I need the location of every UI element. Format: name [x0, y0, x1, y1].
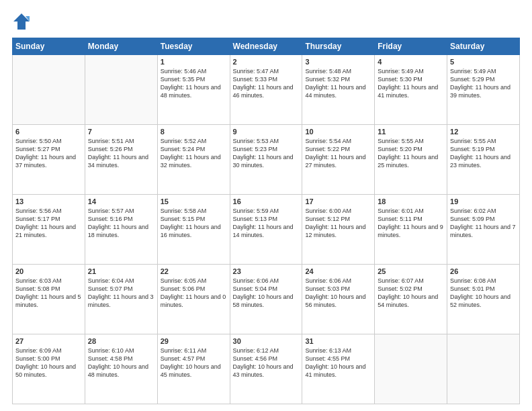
- calendar-cell: 11Sunrise: 5:55 AM Sunset: 5:20 PM Dayli…: [375, 125, 447, 195]
- day-number: 25: [378, 267, 444, 275]
- calendar-cell: 15Sunrise: 5:58 AM Sunset: 5:15 PM Dayli…: [157, 195, 230, 265]
- day-number: 19: [450, 197, 517, 205]
- day-info: Sunrise: 5:52 AM Sunset: 5:24 PM Dayligh…: [161, 137, 227, 170]
- logo: [12, 12, 34, 31]
- calendar-week-row-4: 20Sunrise: 6:03 AM Sunset: 5:08 PM Dayli…: [13, 265, 520, 334]
- day-info: Sunrise: 6:02 AM Sunset: 5:09 PM Dayligh…: [450, 207, 517, 240]
- calendar-cell: 16Sunrise: 5:59 AM Sunset: 5:13 PM Dayli…: [230, 195, 302, 265]
- day-info: Sunrise: 6:01 AM Sunset: 5:11 PM Dayligh…: [378, 207, 444, 240]
- day-info: Sunrise: 5:59 AM Sunset: 5:13 PM Dayligh…: [233, 207, 300, 240]
- day-number: 28: [88, 337, 154, 345]
- calendar-cell: 7Sunrise: 5:51 AM Sunset: 5:26 PM Daylig…: [85, 125, 157, 195]
- calendar-cell: 21Sunrise: 6:04 AM Sunset: 5:07 PM Dayli…: [85, 265, 157, 334]
- day-number: 26: [450, 267, 517, 275]
- day-number: 6: [15, 128, 82, 136]
- calendar-cell: [375, 334, 447, 404]
- day-number: 22: [161, 267, 227, 275]
- calendar-cell: 27Sunrise: 6:09 AM Sunset: 5:00 PM Dayli…: [13, 334, 85, 404]
- day-info: Sunrise: 5:56 AM Sunset: 5:17 PM Dayligh…: [15, 207, 82, 240]
- day-number: 21: [88, 267, 154, 275]
- calendar-cell: 13Sunrise: 5:56 AM Sunset: 5:17 PM Dayli…: [13, 195, 85, 265]
- day-info: Sunrise: 6:05 AM Sunset: 5:06 PM Dayligh…: [161, 277, 227, 310]
- calendar-cell: 26Sunrise: 6:08 AM Sunset: 5:01 PM Dayli…: [447, 265, 520, 334]
- svg-marker-0: [13, 13, 30, 30]
- calendar-cell: 18Sunrise: 6:01 AM Sunset: 5:11 PM Dayli…: [375, 195, 447, 265]
- calendar-cell: 25Sunrise: 6:07 AM Sunset: 5:02 PM Dayli…: [375, 265, 447, 334]
- weekday-header-monday: Monday: [85, 38, 157, 55]
- calendar-cell: 24Sunrise: 6:06 AM Sunset: 5:03 PM Dayli…: [302, 265, 375, 334]
- calendar-week-row-3: 13Sunrise: 5:56 AM Sunset: 5:17 PM Dayli…: [13, 195, 520, 265]
- day-info: Sunrise: 6:12 AM Sunset: 4:56 PM Dayligh…: [233, 347, 300, 379]
- calendar-week-row-2: 6Sunrise: 5:50 AM Sunset: 5:27 PM Daylig…: [13, 125, 520, 195]
- calendar-table: SundayMondayTuesdayWednesdayThursdayFrid…: [12, 38, 520, 404]
- calendar-cell: 20Sunrise: 6:03 AM Sunset: 5:08 PM Dayli…: [13, 265, 85, 334]
- day-number: 3: [305, 58, 371, 66]
- day-info: Sunrise: 6:03 AM Sunset: 5:08 PM Dayligh…: [15, 277, 82, 310]
- day-number: 12: [450, 128, 517, 136]
- calendar-cell: 6Sunrise: 5:50 AM Sunset: 5:27 PM Daylig…: [13, 125, 85, 195]
- weekday-header-friday: Friday: [375, 38, 447, 55]
- calendar-cell: 30Sunrise: 6:12 AM Sunset: 4:56 PM Dayli…: [230, 334, 302, 404]
- weekday-header-tuesday: Tuesday: [157, 38, 230, 55]
- calendar-cell: 3Sunrise: 5:48 AM Sunset: 5:32 PM Daylig…: [302, 55, 375, 125]
- calendar-cell: [447, 334, 520, 404]
- weekday-header-thursday: Thursday: [302, 38, 375, 55]
- day-info: Sunrise: 5:55 AM Sunset: 5:19 PM Dayligh…: [450, 137, 517, 170]
- calendar-cell: 19Sunrise: 6:02 AM Sunset: 5:09 PM Dayli…: [447, 195, 520, 265]
- day-info: Sunrise: 6:09 AM Sunset: 5:00 PM Dayligh…: [15, 347, 82, 379]
- day-info: Sunrise: 5:48 AM Sunset: 5:32 PM Dayligh…: [305, 67, 371, 100]
- day-number: 31: [305, 337, 371, 345]
- calendar-cell: 2Sunrise: 5:47 AM Sunset: 5:33 PM Daylig…: [230, 55, 302, 125]
- day-number: 30: [233, 337, 300, 345]
- day-number: 24: [305, 267, 371, 275]
- day-info: Sunrise: 5:57 AM Sunset: 5:16 PM Dayligh…: [88, 207, 154, 240]
- day-number: 1: [161, 58, 227, 66]
- day-number: 20: [15, 267, 82, 275]
- calendar-cell: 12Sunrise: 5:55 AM Sunset: 5:19 PM Dayli…: [447, 125, 520, 195]
- day-info: Sunrise: 5:49 AM Sunset: 5:30 PM Dayligh…: [378, 67, 444, 100]
- day-info: Sunrise: 5:49 AM Sunset: 5:29 PM Dayligh…: [450, 67, 517, 100]
- day-info: Sunrise: 5:54 AM Sunset: 5:22 PM Dayligh…: [305, 137, 371, 170]
- page: SundayMondayTuesdayWednesdayThursdayFrid…: [0, 0, 532, 411]
- day-info: Sunrise: 6:06 AM Sunset: 5:04 PM Dayligh…: [233, 277, 300, 310]
- day-info: Sunrise: 5:58 AM Sunset: 5:15 PM Dayligh…: [161, 207, 227, 240]
- calendar-week-row-5: 27Sunrise: 6:09 AM Sunset: 5:00 PM Dayli…: [13, 334, 520, 404]
- day-info: Sunrise: 6:13 AM Sunset: 4:55 PM Dayligh…: [305, 347, 371, 379]
- weekday-header-wednesday: Wednesday: [230, 38, 302, 55]
- day-info: Sunrise: 5:53 AM Sunset: 5:23 PM Dayligh…: [233, 137, 300, 170]
- day-number: 15: [161, 197, 227, 205]
- day-info: Sunrise: 5:50 AM Sunset: 5:27 PM Dayligh…: [15, 137, 82, 170]
- calendar-cell: 17Sunrise: 6:00 AM Sunset: 5:12 PM Dayli…: [302, 195, 375, 265]
- day-info: Sunrise: 5:46 AM Sunset: 5:35 PM Dayligh…: [161, 67, 227, 100]
- day-info: Sunrise: 5:47 AM Sunset: 5:33 PM Dayligh…: [233, 67, 300, 100]
- day-number: 23: [233, 267, 300, 275]
- day-info: Sunrise: 5:51 AM Sunset: 5:26 PM Dayligh…: [88, 137, 154, 170]
- logo-icon: [12, 12, 31, 31]
- day-number: 10: [305, 128, 371, 136]
- calendar-cell: 22Sunrise: 6:05 AM Sunset: 5:06 PM Dayli…: [157, 265, 230, 334]
- calendar-cell: 5Sunrise: 5:49 AM Sunset: 5:29 PM Daylig…: [447, 55, 520, 125]
- calendar-cell: 14Sunrise: 5:57 AM Sunset: 5:16 PM Dayli…: [85, 195, 157, 265]
- day-info: Sunrise: 6:08 AM Sunset: 5:01 PM Dayligh…: [450, 277, 517, 310]
- day-number: 2: [233, 58, 300, 66]
- day-number: 13: [15, 197, 82, 205]
- weekday-header-row: SundayMondayTuesdayWednesdayThursdayFrid…: [13, 38, 520, 55]
- calendar-cell: 31Sunrise: 6:13 AM Sunset: 4:55 PM Dayli…: [302, 334, 375, 404]
- day-info: Sunrise: 6:07 AM Sunset: 5:02 PM Dayligh…: [378, 277, 444, 310]
- day-number: 29: [161, 337, 227, 345]
- day-info: Sunrise: 6:11 AM Sunset: 4:57 PM Dayligh…: [161, 347, 227, 379]
- calendar-cell: [13, 55, 85, 125]
- day-number: 16: [233, 197, 300, 205]
- day-info: Sunrise: 6:00 AM Sunset: 5:12 PM Dayligh…: [305, 207, 371, 240]
- day-number: 14: [88, 197, 154, 205]
- calendar-cell: 28Sunrise: 6:10 AM Sunset: 4:58 PM Dayli…: [85, 334, 157, 404]
- calendar-cell: 29Sunrise: 6:11 AM Sunset: 4:57 PM Dayli…: [157, 334, 230, 404]
- day-number: 27: [15, 337, 82, 345]
- calendar-cell: 1Sunrise: 5:46 AM Sunset: 5:35 PM Daylig…: [157, 55, 230, 125]
- calendar-cell: 9Sunrise: 5:53 AM Sunset: 5:23 PM Daylig…: [230, 125, 302, 195]
- calendar-cell: 10Sunrise: 5:54 AM Sunset: 5:22 PM Dayli…: [302, 125, 375, 195]
- calendar-week-row-1: 1Sunrise: 5:46 AM Sunset: 5:35 PM Daylig…: [13, 55, 520, 125]
- day-number: 11: [378, 128, 444, 136]
- day-info: Sunrise: 6:04 AM Sunset: 5:07 PM Dayligh…: [88, 277, 154, 310]
- calendar-cell: [85, 55, 157, 125]
